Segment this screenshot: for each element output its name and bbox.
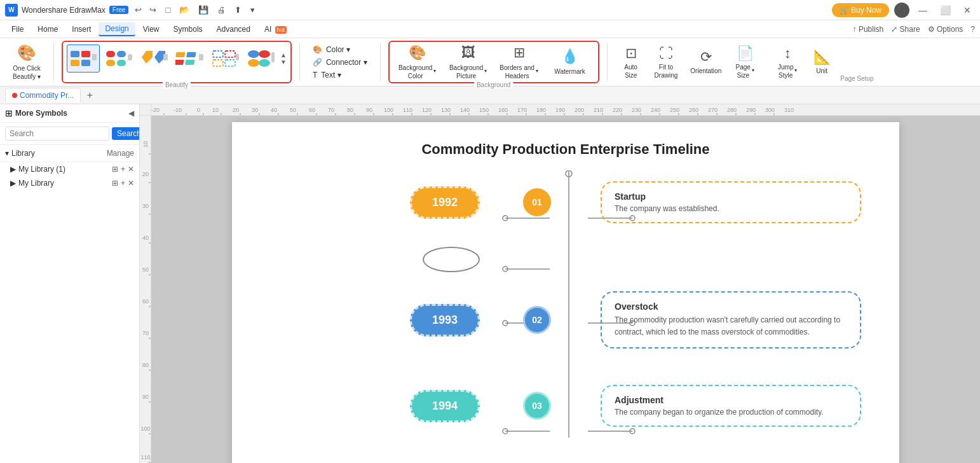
color-connector-text-section: 🎨 Color ▾ 🔗 Connector ▾ T Text ▾ [305,41,375,83]
library-1-actions: ⊞ + ✕ [112,165,134,174]
library-1-remove-button[interactable]: ✕ [128,165,134,174]
save-button[interactable]: 💾 [196,4,211,16]
background-picture-button[interactable]: 🖼 BackgroundPicture ▾ [446,42,491,83]
beautify-scroll-up[interactable]: ▲▼ [280,52,287,66]
my-library-2-item[interactable]: ▶ My Library ⊞ + ✕ [0,176,139,190]
print-button[interactable]: 🖨 [215,4,228,16]
beautify-style-1[interactable] [67,45,100,73]
horizontal-ruler: -20 -10 0 10 20 30 40 50 60 70 80 90 100… [151,104,980,116]
svg-text:-20: -20 [151,107,160,113]
help-link[interactable]: ? [970,25,975,34]
divider-3 [380,43,381,81]
auto-size-label: AutoSize [624,63,637,79]
timeline-row-empty [257,234,874,285]
color-button[interactable]: 🎨 Color ▾ [308,44,372,55]
library-2-remove-button[interactable]: ✕ [128,179,134,188]
svg-text:40: 40 [271,107,277,113]
title-bar-right: 🛒 Buy Now — ⬜ ✕ [832,3,975,18]
svg-rect-8 [117,60,126,66]
jump-style-button[interactable]: ↕ JumpStyle ▾ [772,43,803,82]
buy-now-button[interactable]: 🛒 Buy Now [832,3,889,17]
info-title-2: Overstock [615,301,847,312]
background-color-icon: 🎨 [409,45,426,61]
search-input[interactable] [5,127,109,141]
library-2-actions: ⊞ + ✕ [112,179,134,188]
close-button[interactable]: ✕ [960,4,975,17]
svg-text:70: 70 [142,330,149,336]
svg-rect-15 [186,52,196,57]
tab-commodity[interactable]: Commodity Pr... [5,88,81,102]
menu-insert[interactable]: Insert [65,23,97,36]
search-button[interactable]: Search [112,127,140,140]
free-badge: Free [109,6,129,14]
background-color-button[interactable]: 🎨 BackgroundColor ▾ [395,42,440,83]
library-2-copy-button[interactable]: ⊞ [112,179,118,188]
svg-text:30: 30 [142,203,149,209]
svg-text:200: 200 [575,107,584,113]
svg-text:80: 80 [347,107,353,113]
menu-home[interactable]: Home [31,23,64,36]
jump-style-icon: ↕ [784,45,791,62]
new-tab-button[interactable]: □ [163,4,173,16]
svg-rect-2 [81,51,90,57]
open-button[interactable]: 📂 [177,4,192,16]
options-link[interactable]: ⚙ Options [928,25,963,34]
unit-button[interactable]: 📐 Unit [806,46,838,78]
minimize-button[interactable]: — [915,4,931,17]
menu-advanced[interactable]: Advanced [210,23,257,36]
watermark-label: Watermark [554,67,585,76]
sidebar-collapse-button[interactable]: ◀ [128,109,134,118]
svg-rect-16 [185,60,194,65]
menu-ai[interactable]: AI hot [258,23,293,36]
manage-button[interactable]: Manage [107,149,134,158]
export-button[interactable]: ⬆ [232,4,244,16]
svg-rect-9 [128,54,132,60]
auto-size-button[interactable]: ⊡ AutoSize [615,43,647,82]
library-chevron-icon: ▾ [5,149,9,158]
svg-text:80: 80 [142,362,149,368]
library-1-add-button[interactable]: + [121,165,125,174]
beautify-style-2[interactable] [102,45,135,73]
background-color-label: BackgroundColor ▾ [398,64,436,80]
svg-text:220: 220 [613,107,622,113]
canvas-content[interactable]: Commodity Production Enterprise Timeline [151,116,980,463]
library-1-copy-button[interactable]: ⊞ [112,165,118,174]
restore-button[interactable]: ⬜ [936,4,955,17]
one-click-beautify-button[interactable]: 🎨 One ClickBeautify ▾ [5,41,48,83]
borders-headers-button[interactable]: ⊞ Borders andHeaders ▾ [496,42,542,83]
menu-design[interactable]: Design [99,22,135,36]
fit-to-drawing-button[interactable]: ⛶ Fit toDrawing [650,43,683,82]
undo-button[interactable]: ↩ [132,4,144,16]
user-avatar[interactable] [894,3,909,18]
menu-symbols[interactable]: Symbols [167,23,209,36]
connector-button[interactable]: 🔗 Connector ▾ [308,57,372,68]
circle-02: 02 [523,306,551,334]
menu-view[interactable]: View [137,23,166,36]
watermark-button[interactable]: 💧 Watermark [547,46,593,78]
publish-link[interactable]: ↑ Publish [853,25,884,34]
borders-headers-label: Borders andHeaders ▾ [500,64,538,80]
expand-icon-2: ▶ [10,179,16,188]
svg-text:90: 90 [366,107,372,113]
divider-1 [53,43,54,81]
more-button[interactable]: ▾ [248,4,257,16]
orientation-button[interactable]: ⟳ Orientation [685,46,726,78]
tab-bar: Commodity Pr... + [0,86,980,104]
beautify-style-4[interactable] [174,45,207,73]
svg-text:150: 150 [479,107,489,113]
redo-button[interactable]: ↪ [147,4,159,16]
svg-text:120: 120 [422,107,432,113]
library-header[interactable]: ▾ Library Manage [5,149,134,158]
add-tab-button[interactable]: + [82,88,97,103]
beautify-style-5[interactable] [209,45,242,73]
page-size-button[interactable]: 📄 PageSize ▾ [729,43,761,82]
share-link[interactable]: ⤢ Share [891,25,920,34]
info-text-1: The company was established. [615,204,847,213]
beautify-style-3[interactable] [138,45,171,73]
canvas-area[interactable]: -20 -10 0 10 20 30 40 50 60 70 80 90 100… [140,104,980,463]
text-button[interactable]: T Text ▾ [308,69,372,81]
beautify-style-6[interactable] [245,45,278,73]
my-library-1-item[interactable]: ▶ My Library (1) ⊞ + ✕ [0,162,139,176]
menu-file[interactable]: File [5,23,30,36]
library-2-add-button[interactable]: + [121,179,125,188]
